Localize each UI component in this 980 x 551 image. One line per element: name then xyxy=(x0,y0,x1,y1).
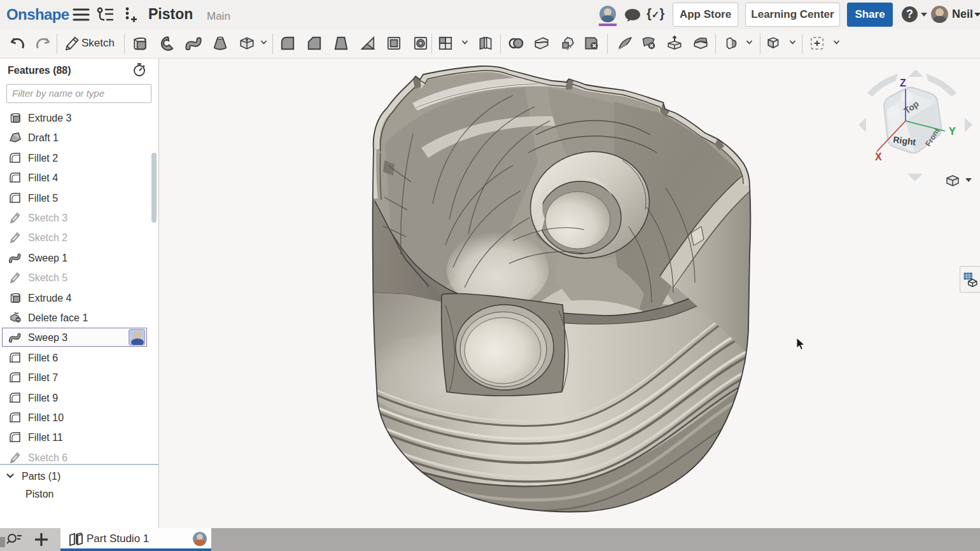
svg-text:X: X xyxy=(875,151,882,162)
svg-text:Z: Z xyxy=(900,78,906,88)
svg-text:Y: Y xyxy=(949,126,956,137)
